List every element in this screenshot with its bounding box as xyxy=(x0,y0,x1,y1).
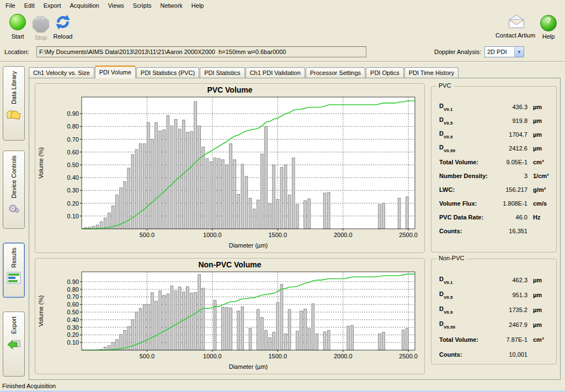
sidebar-item-label: Results xyxy=(10,248,17,268)
stat-row: DV0.992467.9µm xyxy=(439,317,552,332)
menu-network[interactable]: Network xyxy=(156,1,186,10)
status-text: Finished Acquisition xyxy=(2,383,56,389)
help-button-label: Help xyxy=(536,33,561,40)
tab-ch1-pdi-validation[interactable]: Ch1 PDI Validation xyxy=(246,67,305,78)
svg-text:0.40: 0.40 xyxy=(67,174,79,181)
stat-unit: g/m³ xyxy=(527,186,552,193)
stat-unit: µm xyxy=(527,292,552,298)
stat-row: Volume Flux:1.808E-1cm/s xyxy=(439,196,552,210)
pvc-volume-chart-box: PVC Volume 0.100.200.300.400.500.600.700… xyxy=(35,83,425,253)
stat-unit: µm xyxy=(527,307,552,313)
stat-value: 2467.9 xyxy=(489,321,527,328)
menu-acquisition[interactable]: Acquisition xyxy=(66,1,104,10)
stat-row: Total Volume:9.05E-1cm³ xyxy=(439,155,552,169)
menu-edit[interactable]: Edit xyxy=(20,1,39,10)
svg-text:2500.0: 2500.0 xyxy=(399,353,418,359)
svg-text:0.50: 0.50 xyxy=(67,162,79,168)
reload-button[interactable]: Reload xyxy=(47,14,78,40)
stat-label: LWC: xyxy=(439,186,489,193)
stat-row: PVC Data Rate:46.0Hz xyxy=(439,210,552,224)
stat-label: PVC Data Rate: xyxy=(439,214,489,221)
location-label: Location: xyxy=(4,49,29,55)
svg-text:500.0: 500.0 xyxy=(140,232,155,238)
tab-bar: Ch1 Velocity vs. SizePDI VolumePDI Stati… xyxy=(29,66,459,78)
reload-button-label: Reload xyxy=(47,33,78,40)
nonpvc-chart-title: Non-PVC Volume xyxy=(35,260,424,271)
svg-text:1500.0: 1500.0 xyxy=(268,232,287,238)
help-icon: ? xyxy=(540,15,557,31)
stat-row: LWC:156.217g/m³ xyxy=(439,182,552,196)
nonpvc-volume-chart: 0.100.200.300.400.500.600.700.800.90500.… xyxy=(35,271,422,372)
svg-text:0.70: 0.70 xyxy=(67,136,79,143)
location-input[interactable] xyxy=(36,46,366,57)
stat-label: Counts: xyxy=(439,351,489,358)
stat-row: DV0.91704.7µm xyxy=(439,127,552,141)
svg-text:Diameter (µm): Diameter (µm) xyxy=(229,242,268,249)
tab-pdi-statistics[interactable]: PDI Statistics xyxy=(200,67,244,78)
tab-pdi-volume[interactable]: PDI Volume xyxy=(95,66,136,78)
tab-pdi-statistics-pvc-[interactable]: PDI Statistics (PVC) xyxy=(136,67,199,78)
status-bar: Finished Acquisition xyxy=(0,382,565,390)
svg-text:0.10: 0.10 xyxy=(67,213,79,219)
start-icon xyxy=(9,14,26,30)
svg-text:1000.0: 1000.0 xyxy=(203,353,222,359)
stat-value: 951.3 xyxy=(489,292,527,298)
contact-artium-label: Contact Artium xyxy=(492,32,539,39)
stat-label: Volume Flux: xyxy=(439,200,489,207)
reload-icon xyxy=(55,14,71,30)
stat-unit: Hz xyxy=(527,214,552,221)
folders-icon xyxy=(6,107,22,121)
stat-unit: cm³ xyxy=(527,336,552,343)
stat-value: 9.05E-1 xyxy=(489,159,527,165)
svg-text:Volume (%): Volume (%) xyxy=(38,147,44,179)
doppler-analysis-value: 2D PDI xyxy=(485,49,514,55)
svg-text:2500.0: 2500.0 xyxy=(399,232,418,238)
stat-unit: µm xyxy=(527,145,552,152)
svg-text:0.40: 0.40 xyxy=(67,316,79,323)
stat-value: 1704.7 xyxy=(489,131,527,138)
sidebar-item-results[interactable]: Results xyxy=(3,243,25,298)
tab-pdi-time-history[interactable]: PDI Time History xyxy=(404,67,459,78)
stat-value: 16,351 xyxy=(489,228,527,234)
doppler-analysis-select[interactable]: 2D PDI ▼ xyxy=(484,46,524,57)
contact-artium-button[interactable]: Contact Artium xyxy=(492,14,539,39)
stat-value: 2412.6 xyxy=(489,145,527,152)
svg-text:0.90: 0.90 xyxy=(67,278,79,285)
stat-unit: µm xyxy=(527,131,552,138)
stat-label: DV0.9 xyxy=(439,305,489,314)
sidebar: Data LibraryDevice Controls⚙⚙ResultsExpo… xyxy=(2,65,26,379)
stat-value: 436.3 xyxy=(489,104,527,110)
stat-value: 3 xyxy=(489,173,527,179)
stat-value: 1735.2 xyxy=(489,307,527,313)
stat-value: 46.0 xyxy=(489,214,527,221)
tab-ch1-velocity-vs-size[interactable]: Ch1 Velocity vs. Size xyxy=(29,67,94,78)
menu-bar: FileEditExportAcquisitionViewsScriptsNet… xyxy=(0,0,565,10)
sidebar-item-export[interactable]: Export xyxy=(3,312,25,377)
stat-label: DV0.5 xyxy=(439,291,489,299)
pvc-chart-title: PVC Volume xyxy=(35,85,424,96)
sidebar-item-label: Device Controls xyxy=(10,155,17,198)
svg-text:2000.0: 2000.0 xyxy=(334,232,353,238)
svg-text:0.30: 0.30 xyxy=(67,324,79,331)
menu-scripts[interactable]: Scripts xyxy=(129,1,156,10)
svg-text:2000.0: 2000.0 xyxy=(334,353,353,359)
tab-processor-settings[interactable]: Processor Settings xyxy=(306,67,365,78)
sidebar-item-label: Data Library xyxy=(10,71,17,104)
stat-value: 10,001 xyxy=(489,351,527,358)
nonpvc-stats-box: Non-PVC DV0.1462.3µmDV0.5951.3µmDV0.9173… xyxy=(431,259,557,364)
stat-unit: µm xyxy=(527,277,552,283)
sidebar-item-device-controls[interactable]: Device Controls⚙⚙ xyxy=(3,151,25,229)
menu-file[interactable]: File xyxy=(1,1,20,10)
menu-views[interactable]: Views xyxy=(104,1,129,10)
menu-export[interactable]: Export xyxy=(39,1,66,10)
menu-help[interactable]: Help xyxy=(187,1,209,10)
pvc-stats-legend: PVC xyxy=(436,82,454,89)
stat-row: DV0.5919.8µm xyxy=(439,114,552,127)
stat-label: DV0.1 xyxy=(439,276,489,284)
tab-pdi-optics[interactable]: PDI Optics xyxy=(366,67,404,78)
help-button[interactable]: ? Help xyxy=(536,14,561,40)
svg-text:0.80: 0.80 xyxy=(67,286,79,293)
sidebar-item-data-library[interactable]: Data Library xyxy=(3,66,25,141)
stat-row: DV0.5951.3µm xyxy=(439,287,552,302)
stat-label: Total Volume: xyxy=(439,336,489,343)
